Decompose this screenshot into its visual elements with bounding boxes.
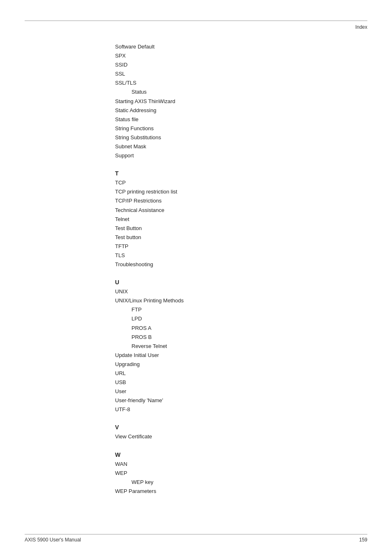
index-entry: Software Default [115, 42, 343, 51]
index-entry: Starting AXIS ThinWizard [115, 97, 343, 106]
index-entry: Reverse Telnet [115, 342, 343, 351]
index-entry: User [115, 387, 343, 396]
index-entry: USB [115, 378, 343, 387]
index-entry: Technical Assistance [115, 206, 343, 215]
index-entry: UNIX/Linux Printing Methods [115, 296, 343, 305]
index-entry: SSL [115, 69, 343, 78]
index-entry: FTP [115, 305, 343, 314]
top-rule [25, 21, 367, 21]
index-entry: PROS A [115, 324, 343, 333]
index-entry: TFTP [115, 242, 343, 251]
index-entry: WEP [115, 469, 343, 478]
index-entry: Update Initial User [115, 351, 343, 360]
footer: AXIS 5900 User's Manual 159 [25, 534, 367, 543]
index-entry: WAN [115, 460, 343, 469]
index-entry: Static Addressing [115, 106, 343, 115]
index-entry: PROS B [115, 333, 343, 342]
index-entry: Support [115, 151, 343, 160]
section-letter-w: W [115, 451, 343, 458]
index-entry: Status [115, 88, 343, 97]
index-entry: Subnet Mask [115, 142, 343, 151]
section-letter-v: V [115, 424, 343, 431]
index-entry: String Substitutions [115, 133, 343, 142]
index-entry: Test button [115, 233, 343, 242]
index-entry: User-friendly 'Name' [115, 396, 343, 405]
index-entry: WEP key [115, 478, 343, 487]
index-entry: SSID [115, 60, 343, 69]
index-entry: LPD [115, 314, 343, 323]
page-container: Index Software DefaultSPXSSIDSSLSSL/TLSS… [0, 0, 392, 555]
index-entry: UNIX [115, 287, 343, 296]
section-letter-u: U [115, 279, 343, 286]
index-entry: SSL/TLS [115, 78, 343, 88]
index-entry: TCP/IP Restrictions [115, 196, 343, 205]
index-entry: URL [115, 369, 343, 378]
section-letter-t: T [115, 170, 343, 177]
index-entry: TCP [115, 178, 343, 187]
index-entry: Test Button [115, 224, 343, 233]
index-entry: Troubleshooting [115, 260, 343, 269]
index-entry: Telnet [115, 215, 343, 224]
index-entry: String Functions [115, 124, 343, 133]
footer-left: AXIS 5900 User's Manual [25, 537, 81, 543]
index-entry: TCP printing restriction list [115, 187, 343, 196]
index-entry: Upgrading [115, 360, 343, 369]
index-entry: UTF-8 [115, 405, 343, 414]
header-right: Index [25, 24, 367, 30]
index-entry: View Certificate [115, 432, 343, 441]
index-content: Software DefaultSPXSSIDSSLSSL/TLSStatusS… [115, 42, 343, 496]
index-entry: SPX [115, 51, 343, 60]
footer-right: 159 [359, 537, 367, 543]
index-entry: TLS [115, 251, 343, 260]
index-entry: WEP Parameters [115, 487, 343, 496]
index-entry: Status file [115, 115, 343, 124]
